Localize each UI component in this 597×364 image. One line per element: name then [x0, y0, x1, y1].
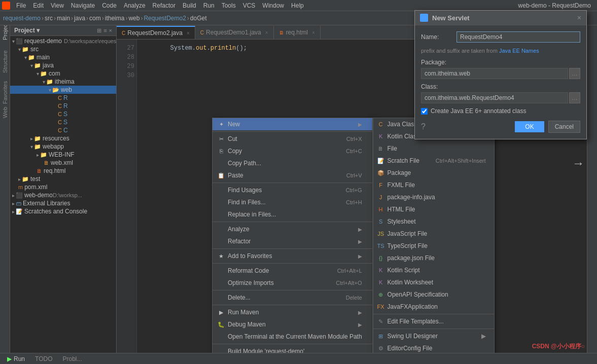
tree-item-s1[interactable]: C S: [10, 110, 116, 118]
annotated-class-checkbox[interactable]: [421, 108, 428, 115]
tree-item-pomxml[interactable]: m pom.xml: [10, 183, 116, 191]
package-input[interactable]: [421, 68, 568, 79]
class-input[interactable]: [421, 92, 568, 103]
new-sub-package-info[interactable]: J package-info.java: [373, 191, 494, 203]
dialog-close-button[interactable]: ×: [577, 14, 581, 22]
project-panel-toggle[interactable]: Project: [1, 27, 9, 35]
menu-tools[interactable]: Tools: [219, 1, 239, 10]
tree-item-webdemo[interactable]: ▸ ⬛ web-demo D:\worksp...: [10, 191, 116, 199]
new-sub-stylesheet[interactable]: S Stylesheet: [373, 215, 494, 228]
new-sub-edit-templates[interactable]: ✎ Edit File Templates...: [373, 315, 494, 327]
tree-item-resources[interactable]: ▸ 📁 resources: [10, 134, 116, 142]
tab-close-2[interactable]: ×: [265, 30, 268, 35]
name-input[interactable]: [456, 31, 580, 43]
menu-navigate[interactable]: Navigate: [68, 1, 98, 10]
tree-item-c1[interactable]: C R: [10, 94, 116, 102]
ctx-item-run-maven[interactable]: ▶ Run Maven ▶: [213, 306, 372, 318]
ctx-item-optimize-imports[interactable]: Optimize Imports Ctrl+Alt+O: [213, 277, 372, 289]
breadcrumb-java[interactable]: java: [74, 15, 85, 22]
structure-panel-toggle[interactable]: Structure: [1, 58, 9, 66]
ctx-item-replace-files[interactable]: Replace in Files...: [213, 208, 372, 221]
ctx-item-find-files[interactable]: Find in Files... Ctrl+H: [213, 196, 372, 208]
new-sub-fxml[interactable]: F FXML File: [373, 179, 494, 191]
tree-item-java[interactable]: ▾ 📁 java: [10, 61, 116, 69]
tree-item-s2[interactable]: C S: [10, 118, 116, 126]
new-sub-package[interactable]: 📦 Package: [373, 167, 494, 179]
ctx-item-delete[interactable]: Delete... Delete: [213, 292, 372, 304]
ctx-item-paste[interactable]: 📋 Paste Ctrl+V: [213, 169, 372, 181]
menu-file[interactable]: File: [13, 1, 29, 10]
bottom-tab-todo[interactable]: TODO: [32, 354, 55, 363]
new-sub-file[interactable]: 🗎 File: [373, 142, 494, 155]
menu-edit[interactable]: Edit: [30, 1, 47, 10]
tree-item-main[interactable]: ▾ 📁 main: [10, 53, 116, 61]
breadcrumb-src[interactable]: src: [45, 15, 53, 22]
menu-build[interactable]: Build: [180, 1, 199, 10]
tree-item-src[interactable]: ▾ 📁 src: [10, 45, 116, 53]
breadcrumb-class[interactable]: RequestDemo2: [144, 15, 186, 22]
tree-item-web[interactable]: ▾ 📂 web: [10, 86, 116, 94]
tree-item-itheima[interactable]: ▾ 📁 itheima: [10, 78, 116, 86]
menu-code[interactable]: Code: [99, 1, 120, 10]
new-sub-kotlin-script[interactable]: K Kotlin Script: [373, 264, 494, 276]
ctx-item-find-usages[interactable]: Find Usages Ctrl+G: [213, 184, 372, 196]
tab-requestdemo2[interactable]: C RequestDemo2.java ×: [117, 26, 195, 39]
menu-help[interactable]: Help: [288, 1, 307, 10]
bottom-tab-problems[interactable]: Probl...: [59, 354, 85, 363]
new-sub-packagejson[interactable]: {} package.json File: [373, 252, 494, 264]
ctx-item-refactor[interactable]: Refactor ▶: [213, 235, 372, 247]
tab-close-1[interactable]: ×: [187, 30, 190, 36]
bottom-tab-run[interactable]: ▶ Run: [4, 354, 28, 363]
new-sub-html[interactable]: H HTML File: [373, 203, 494, 215]
breadcrumb-method[interactable]: doGet: [190, 15, 207, 22]
new-sub-editorconfig[interactable]: ⚙ EditorConfig File: [373, 342, 494, 353]
web-panel-toggle[interactable]: Web: [1, 108, 9, 117]
tree-item-c3[interactable]: C C: [10, 126, 116, 134]
new-sub-javafx[interactable]: FX JavaFXApplication: [373, 301, 494, 313]
new-sub-js[interactable]: JS JavaScript File: [373, 228, 494, 240]
breadcrumb-main[interactable]: main: [57, 15, 70, 22]
package-browse-button[interactable]: …: [569, 68, 580, 79]
ctx-item-reformat[interactable]: Reformat Code Ctrl+Alt+L: [213, 265, 372, 277]
ctx-item-cut[interactable]: ✂ Cut Ctrl+X: [213, 133, 372, 145]
tree-item-reqhtml[interactable]: 🗎 req.html: [10, 167, 116, 175]
tab-close-3[interactable]: ×: [312, 30, 315, 35]
favorites-panel-toggle[interactable]: Favorites: [1, 88, 9, 96]
new-sub-kotlin-worksheet[interactable]: K Kotlin Worksheet: [373, 276, 494, 288]
new-sub-ts[interactable]: TS TypeScript File: [373, 240, 494, 252]
cancel-button[interactable]: Cancel: [548, 121, 580, 133]
tree-item-request-demo[interactable]: ▾ ⬛ request-demo D:\workspace\request-de…: [10, 37, 116, 45]
ctx-item-new[interactable]: ✦ New ▶: [213, 118, 372, 130]
tab-requestdemo1[interactable]: C RequestDemo1.java ×: [195, 26, 274, 39]
tree-item-webinf[interactable]: ▸ 📁 WEB-INF: [10, 151, 116, 159]
tree-item-c2[interactable]: C R: [10, 102, 116, 110]
class-browse-button[interactable]: …: [569, 92, 580, 103]
menu-run[interactable]: Run: [200, 1, 218, 10]
new-sub-scratch[interactable]: 📝 Scratch File Ctrl+Alt+Shift+Insert: [373, 155, 494, 167]
tree-item-webxml[interactable]: 🗎 web.xml: [10, 159, 116, 167]
help-button[interactable]: ?: [421, 122, 426, 131]
ok-button[interactable]: OK: [515, 121, 544, 132]
tree-item-webapp[interactable]: ▾ 📁 webapp: [10, 142, 116, 151]
ctx-item-build-module[interactable]: Build Module 'request-demo': [213, 345, 372, 353]
menu-view[interactable]: View: [48, 1, 67, 10]
breadcrumb-request-demo[interactable]: request-demo: [3, 15, 41, 22]
ctx-item-copy[interactable]: ⎘ Copy Ctrl+C: [213, 145, 372, 157]
menu-refactor[interactable]: Refactor: [150, 1, 179, 10]
java-ee-names-link[interactable]: Java EE Names: [499, 48, 539, 54]
panel-icon-locate[interactable]: ⊞: [97, 27, 101, 34]
new-sub-openapi[interactable]: ⊕ OpenAPI Specification: [373, 288, 494, 301]
tree-item-test[interactable]: ▸ 📁 test: [10, 175, 116, 183]
breadcrumb-web[interactable]: web: [128, 15, 139, 22]
ctx-item-copy-path[interactable]: Copy Path...: [213, 157, 372, 169]
ctx-item-add-favorites[interactable]: ★ Add to Favorites ▶: [213, 250, 372, 262]
ctx-item-debug-maven[interactable]: 🐛 Debug Maven ▶: [213, 318, 372, 331]
menu-vcs[interactable]: VCS: [240, 1, 259, 10]
panel-icon-settings[interactable]: ≡: [103, 27, 107, 34]
tree-item-com[interactable]: ▾ 📁 com: [10, 69, 116, 78]
tree-item-scratches[interactable]: ▸ 📝 Scratches and Console: [10, 207, 116, 215]
ctx-item-open-terminal[interactable]: Open Terminal at the Current Maven Modul…: [213, 331, 372, 343]
tab-reqhtml[interactable]: 🗎 req.html ×: [274, 26, 321, 39]
breadcrumb-itheima[interactable]: itheima: [105, 15, 125, 22]
menu-window[interactable]: Window: [259, 1, 287, 10]
